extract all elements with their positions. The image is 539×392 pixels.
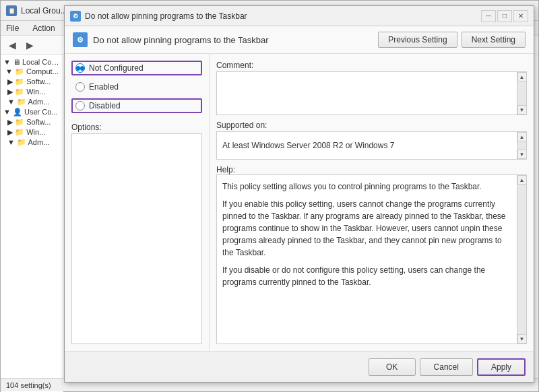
tree-item-local-comp[interactable]: ▼ 🖥 Local Comp	[1, 57, 63, 67]
supported-label: Supported on:	[216, 121, 527, 130]
dialog-title-left: ⚙ Do not allow pinning programs to the T…	[70, 11, 247, 22]
tree-item-software1[interactable]: ▶ 📁 Softw...	[1, 77, 63, 87]
previous-setting-button[interactable]: Previous Setting	[378, 32, 457, 48]
bg-title-icon: 📋	[6, 5, 17, 16]
dialog-title-text: Do not allow pinning programs to the Tas…	[85, 11, 247, 21]
dialog-header-buttons: Previous Setting Next Setting	[378, 32, 526, 48]
radio-circle-disabled	[75, 101, 85, 110]
help-scroll-track	[517, 185, 526, 334]
cancel-button[interactable]: Cancel	[420, 358, 473, 376]
policy-icon: ⚙	[73, 32, 88, 47]
help-box: This policy setting allows you to contro…	[216, 174, 527, 344]
help-scroll-up[interactable]: ▲	[517, 175, 527, 185]
help-para-1: This policy setting allows you to contro…	[222, 181, 513, 193]
supported-scrollbar[interactable]: ▲ ▼	[517, 132, 526, 159]
scroll-track	[517, 81, 526, 105]
dialog-title-icon: ⚙	[70, 11, 81, 22]
tree-item-adm1[interactable]: ▼ 📁 Adm...	[1, 97, 63, 107]
radio-circle-not-configured	[75, 63, 85, 73]
maximize-button[interactable]: □	[497, 10, 512, 22]
dialog-header: ⚙ Do not allow pinning programs to the T…	[65, 26, 534, 54]
dialog-right-panel: Comment: ▲ ▼ Supported on: At least Wind…	[210, 54, 534, 351]
options-label: Options:	[71, 123, 202, 132]
help-label: Help:	[216, 165, 527, 174]
radio-label-not-configured: Not Configured	[89, 63, 144, 73]
help-scroll-down[interactable]: ▼	[517, 334, 527, 344]
sidebar-tree: ▼ 🖥 Local Comp ▼ 📁 Comput... ▶ 📁 Softw..…	[1, 57, 63, 148]
help-text-content: This policy setting allows you to contro…	[217, 175, 526, 299]
tree-item-adm2[interactable]: ▼ 📁 Adm...	[1, 137, 63, 148]
radio-disabled[interactable]: Disabled	[71, 98, 202, 113]
dialog-titlebar: ⚙ Do not allow pinning programs to the T…	[65, 6, 534, 26]
comment-section: Comment: ▲ ▼	[216, 61, 527, 115]
apply-button[interactable]: Apply	[477, 358, 526, 376]
toolbar-back[interactable]: ◀	[5, 38, 20, 53]
radio-enabled[interactable]: Enabled	[71, 79, 202, 94]
dialog-body: Not Configured Enabled Disabled Options:	[65, 54, 534, 351]
menu-action[interactable]: Action	[30, 22, 57, 34]
next-setting-button[interactable]: Next Setting	[462, 32, 526, 48]
radio-label-disabled: Disabled	[89, 101, 121, 110]
toolbar-forward[interactable]: ▶	[22, 38, 37, 53]
tree-item-user-conf[interactable]: ▼ 👤 User Co...	[1, 107, 63, 117]
comment-box[interactable]: ▲ ▼	[216, 71, 527, 115]
options-area: Options:	[71, 117, 202, 344]
close-button[interactable]: ✕	[513, 10, 528, 22]
supported-section: Supported on: At least Windows Server 20…	[216, 121, 527, 160]
radio-circle-enabled	[75, 82, 85, 92]
radio-label-enabled: Enabled	[89, 82, 119, 92]
minimize-button[interactable]: ─	[481, 10, 496, 22]
supported-scroll-down[interactable]: ▼	[517, 150, 527, 159]
supported-text: At least Windows Server 2008 R2 or Windo…	[222, 141, 394, 150]
menu-file[interactable]: File	[3, 22, 22, 34]
tree-item-computer[interactable]: ▼ 📁 Comput...	[1, 67, 63, 77]
help-area: Help: This policy setting allows you to …	[216, 165, 527, 344]
options-box	[71, 133, 202, 344]
bg-title-text: Local Grou...	[21, 6, 67, 15]
comment-scrollbar[interactable]: ▲ ▼	[517, 72, 526, 115]
help-para-2: If you enable this policy setting, users…	[222, 198, 513, 259]
radio-not-configured[interactable]: Not Configured	[71, 61, 202, 75]
tree-item-win1[interactable]: ▶ 📁 Win...	[1, 87, 63, 97]
dialog-window: ⚙ Do not allow pinning programs to the T…	[64, 5, 534, 383]
help-scrollbar[interactable]: ▲ ▼	[517, 175, 526, 344]
comment-label: Comment:	[216, 61, 527, 70]
dialog-header-title: Do not allow pinning programs to the Tas…	[93, 35, 269, 45]
status-text: 104 setting(s)	[6, 381, 51, 389]
scroll-up-arrow[interactable]: ▲	[517, 72, 527, 81]
dialog-footer: OK Cancel Apply	[65, 351, 534, 382]
dialog-header-left: ⚙ Do not allow pinning programs to the T…	[73, 32, 269, 47]
bg-sidebar: ▼ 🖥 Local Comp ▼ 📁 Comput... ▶ 📁 Softw..…	[1, 55, 63, 392]
supported-scroll-track	[517, 141, 526, 150]
ok-button[interactable]: OK	[369, 358, 416, 376]
scroll-down-arrow[interactable]: ▼	[517, 105, 527, 115]
supported-scroll-up[interactable]: ▲	[517, 132, 527, 141]
tree-item-software2[interactable]: ▶ 📁 Softw...	[1, 117, 63, 127]
dialog-title-controls: ─ □ ✕	[481, 10, 528, 22]
supported-box: At least Windows Server 2008 R2 or Windo…	[216, 131, 527, 160]
dialog-left-panel: Not Configured Enabled Disabled Options:	[65, 54, 210, 351]
tree-item-win2[interactable]: ▶ 📁 Win...	[1, 127, 63, 137]
help-para-3: If you disable or do not configure this …	[222, 264, 513, 288]
